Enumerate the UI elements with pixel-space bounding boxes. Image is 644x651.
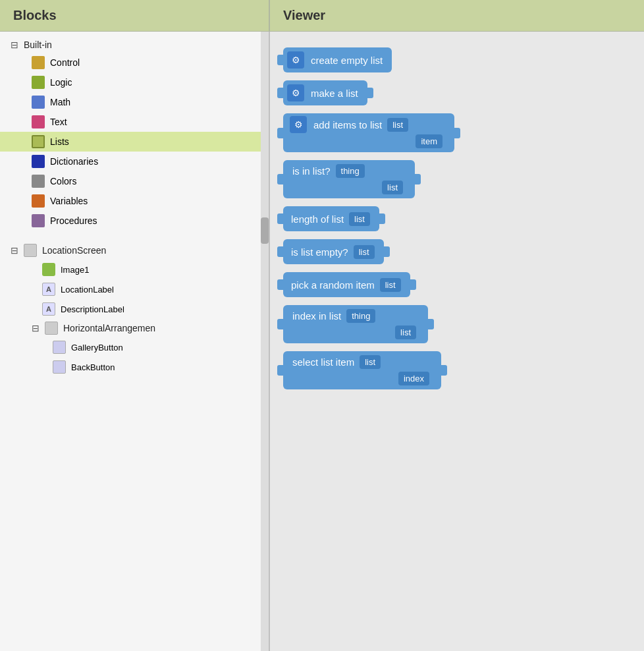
lists-label: Lists [50,136,69,147]
horizontal-arrangement-collapse-icon[interactable]: ⊟ [32,323,40,333]
procedures-icon [32,214,45,227]
locationlabel-icon: A [42,283,55,296]
block-make-a-list[interactable]: ⚙ make a list [283,80,631,105]
viewer-header: Viewer [270,0,644,31]
sidebar-item-gallerybutton[interactable]: GalleryButton [0,337,269,357]
scrollbar-thumb[interactable] [261,217,269,244]
block-is-in-list[interactable]: is in list? thing list [283,160,631,198]
block-pick-random-item[interactable]: pick a random item list [283,272,631,297]
dictionaries-label: Dictionaries [50,156,98,167]
sidebar-item-logic[interactable]: Logic [0,72,269,92]
logic-label: Logic [50,77,72,88]
block-length-of-list[interactable]: length of list list [283,206,631,231]
builtin-toggle[interactable]: ⊟ Built-in [0,37,269,53]
is-in-list-text: is in list? [290,164,333,178]
sidebar-item-image1[interactable]: Image1 [0,260,269,279]
create-empty-list-text: create empty list [308,53,385,67]
sidebar-item-variables[interactable]: Variables [0,191,269,211]
length-of-list-slot: list [349,212,370,226]
block-create-empty-list[interactable]: ⚙ create empty list [283,47,631,72]
blocks-header: Blocks [0,0,270,31]
add-items-list-slot: list [387,118,408,132]
gallerybutton-icon [53,341,66,354]
image1-label: Image1 [61,265,89,275]
index-in-list-text: index in list [290,309,344,323]
colors-label: Colors [50,176,76,186]
horizontal-arrangement-icon [45,322,58,335]
make-a-list-text: make a list [308,86,361,100]
index-in-list-list-slot: list [395,326,416,339]
location-screen-label: LocationScreen [42,245,106,256]
math-icon [32,96,45,109]
variables-icon [32,194,45,208]
control-label: Control [50,57,80,68]
gear-icon: ⚙ [287,51,304,69]
procedures-label: Procedures [50,215,97,226]
image1-icon [42,263,55,276]
length-of-list-text: length of list [288,212,346,226]
builtin-collapse-icon[interactable]: ⊟ [11,40,18,50]
sidebar-item-math[interactable]: Math [0,92,269,112]
block-select-list-item[interactable]: select list item list index [283,351,631,389]
viewer-panel: ⚙ create empty list ⚙ make a list [270,32,644,651]
text-label: Text [50,117,67,127]
builtin-label: Built-in [24,40,52,50]
select-list-item-index-slot: index [398,372,429,385]
block-is-list-empty[interactable]: is list empty? list [283,239,631,264]
sidebar-item-procedures[interactable]: Procedures [0,211,269,231]
colors-icon [32,175,45,188]
scrollbar[interactable] [261,32,269,651]
sidebar-item-control[interactable]: Control [0,53,269,72]
block-index-in-list[interactable]: index in list thing list [283,305,631,343]
gear-icon: ⚙ [290,116,307,133]
location-screen-collapse-icon[interactable]: ⊟ [11,245,18,256]
add-items-item-slot: item [416,134,443,148]
gallerybutton-label: GalleryButton [71,343,123,353]
sidebar-item-text[interactable]: Text [0,112,269,132]
builtin-section: ⊟ Built-in Control Logic Math [0,32,269,236]
add-items-text: add items to list [311,118,385,132]
pick-random-item-text: pick a random item [288,278,377,292]
left-panel: ⊟ Built-in Control Logic Math [0,32,270,651]
select-list-item-list-slot: list [360,355,381,369]
is-in-list-thing-slot: thing [336,164,365,178]
block-add-items-to-list[interactable]: ⚙ add items to list list item [283,113,631,152]
logic-icon [32,76,45,89]
gear-icon: ⚙ [287,84,304,101]
math-label: Math [50,97,70,107]
location-screen-toggle[interactable]: ⊟ LocationScreen [0,241,269,260]
blocks-container: ⚙ create empty list ⚙ make a list [283,42,631,403]
sidebar-item-backbutton[interactable]: BackButton [0,357,269,377]
index-in-list-thing-slot: thing [346,309,375,323]
pick-random-item-slot: list [380,278,401,292]
descriptionlabel-icon: A [42,302,55,316]
is-list-empty-slot: list [354,245,375,259]
text-icon [32,115,45,128]
location-screen-section: ⊟ LocationScreen Image1 A LocationLabel … [0,236,269,382]
sidebar-item-colors[interactable]: Colors [0,171,269,191]
lists-icon [32,135,45,148]
is-list-empty-text: is list empty? [288,245,351,259]
control-icon [32,56,45,69]
sidebar-item-descriptionlabel[interactable]: A DescriptionLabel [0,299,269,319]
select-list-item-text: select list item [290,355,357,369]
backbutton-label: BackButton [71,362,115,372]
horizontal-arrangement-label: HorizontalArrangemen [63,323,155,333]
backbutton-icon [53,360,66,374]
dictionaries-icon [32,155,45,168]
sidebar-item-dictionaries[interactable]: Dictionaries [0,152,269,171]
locationlabel-label: LocationLabel [61,285,114,295]
descriptionlabel-label: DescriptionLabel [61,304,124,314]
location-screen-icon [24,244,37,257]
sidebar-item-lists[interactable]: Lists [0,132,269,152]
is-in-list-list-slot: list [382,181,403,194]
sidebar-item-locationlabel[interactable]: A LocationLabel [0,279,269,299]
horizontal-arrangement-toggle[interactable]: ⊟ HorizontalArrangemen [0,319,269,337]
variables-label: Variables [50,196,88,206]
